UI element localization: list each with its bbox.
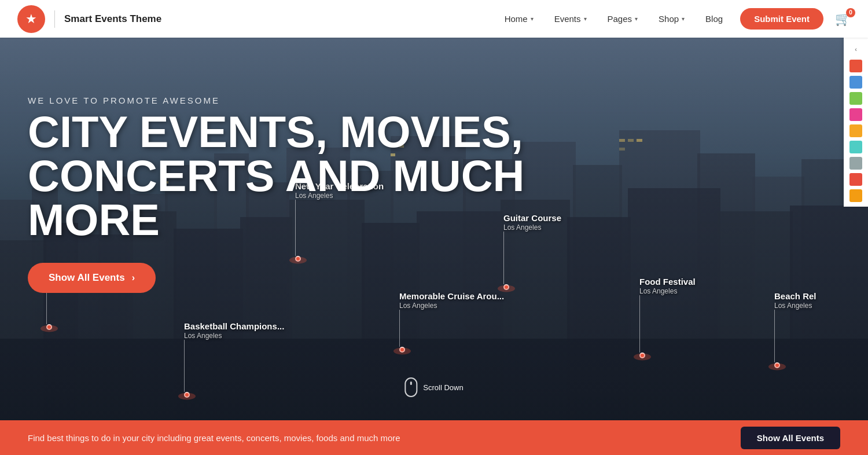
hero-content: WE LOVE TO PROMOTE AWESOME CITY EVENTS, … [28, 96, 868, 293]
pin-line [639, 295, 640, 353]
pin-dot [399, 347, 405, 353]
chevron-down-icon: ▾ [635, 16, 638, 22]
nav-pages[interactable]: Pages ▾ [608, 14, 638, 24]
logo-icon[interactable]: ★ [17, 5, 45, 33]
arrow-right-icon: › [132, 273, 135, 283]
submit-event-button[interactable]: Submit Event [740, 8, 823, 30]
pin-beach[interactable]: Beach Rel Los Angeles [774, 291, 816, 368]
color-swatch-red[interactable] [849, 60, 862, 72]
color-swatch-amber[interactable] [849, 189, 862, 202]
pin-line [399, 310, 400, 347]
pin-label: Beach Rel Los Angeles [774, 291, 816, 310]
nav-blog[interactable]: Blog [705, 14, 723, 24]
chevron-down-icon: ▾ [531, 16, 534, 22]
pin-dot [639, 353, 645, 358]
pin-dot [46, 324, 52, 330]
color-swatch-orange[interactable] [849, 124, 862, 137]
nav-events[interactable]: Events ▾ [554, 14, 587, 24]
color-swatch-gray[interactable] [849, 157, 862, 170]
chevron-down-icon: ▾ [682, 16, 685, 22]
pin-line [774, 310, 775, 362]
color-swatch-teal[interactable] [849, 141, 862, 153]
mouse-icon [404, 377, 417, 397]
pin-dot [774, 362, 780, 368]
pin-cruise[interactable]: Memorable Cruise Arou... Los Angeles [399, 291, 504, 353]
cart-icon[interactable]: 🛒 0 [835, 12, 851, 27]
pin-line [184, 340, 185, 391]
scroll-down[interactable]: Scroll Down [404, 377, 463, 397]
color-swatch-green[interactable] [849, 92, 862, 105]
nav-shop[interactable]: Shop ▾ [659, 14, 685, 24]
bottom-show-all-events-button[interactable]: Show All Events [741, 427, 840, 449]
bottom-bar: Find best things to do in your city incl… [0, 420, 868, 455]
pin-label: Basketball Champions... Los Angeles [184, 321, 284, 340]
pin-basketball[interactable]: Basketball Champions... Los Angeles [184, 321, 284, 398]
header-divider [54, 10, 55, 28]
hero-section: WE LOVE TO PROMOTE AWESOME CITY EVENTS, … [0, 38, 868, 420]
main-nav: Home ▾ Events ▾ Pages ▾ Shop ▾ Blog [505, 14, 723, 24]
color-palette-bar: ‹ [844, 38, 868, 207]
chevron-down-icon: ▾ [584, 16, 587, 22]
show-all-events-button[interactable]: Show All Events › [28, 263, 156, 293]
header: ★ Smart Events Theme Home ▾ Events ▾ Pag… [0, 0, 868, 38]
palette-toggle[interactable]: ‹ [844, 42, 868, 56]
hero-title: CITY EVENTS, MOVIES, CONCERTS AND MUCH M… [28, 110, 635, 242]
color-swatch-crimson[interactable] [849, 173, 862, 186]
nav-home[interactable]: Home ▾ [505, 14, 534, 24]
color-swatch-blue[interactable] [849, 76, 862, 89]
hero-subtitle: WE LOVE TO PROMOTE AWESOME [28, 96, 868, 105]
bottom-bar-text: Find best things to do in your city incl… [28, 433, 741, 443]
pin-dot [184, 392, 190, 398]
pin-label: Memorable Cruise Arou... Los Angeles [399, 291, 504, 310]
site-title: Smart Events Theme [64, 13, 161, 25]
cart-badge: 0 [846, 8, 855, 17]
color-swatch-pink[interactable] [849, 108, 862, 121]
